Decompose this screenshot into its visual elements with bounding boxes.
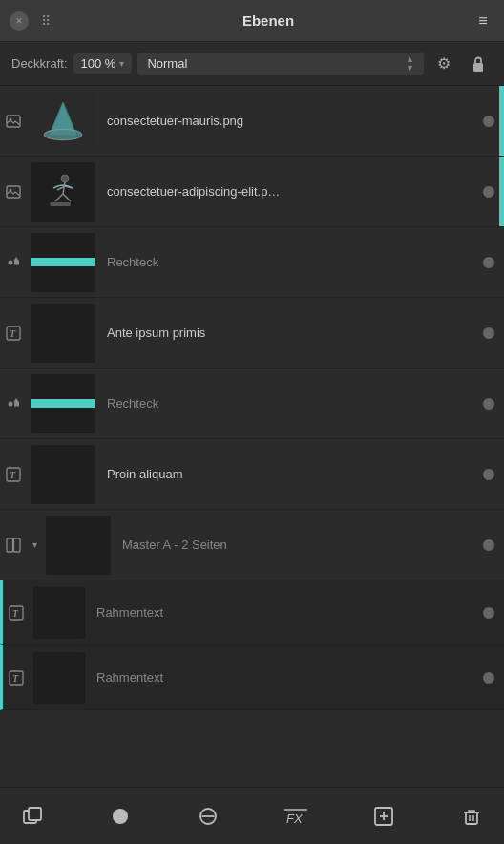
layer-info: Rechteck: [99, 255, 473, 269]
visibility-dot: [483, 539, 494, 551]
layer-thumbnail: [31, 304, 95, 363]
layer-type-icon: T: [3, 605, 30, 621]
layer-name: Rahmentext: [96, 605, 466, 620]
add-page-button[interactable]: [367, 799, 401, 833]
layer-visibility-button[interactable]: [473, 257, 504, 268]
layers-panel: × ⠿ Ebenen ≡ Deckkraft: 100 % ▾ Normal ▲…: [0, 0, 504, 844]
title-bar: × ⠿ Ebenen ≡: [0, 0, 504, 42]
layer-visibility-button[interactable]: [473, 327, 504, 339]
blend-mode-arrows-icon: ▲ ▼: [406, 55, 414, 73]
layer-thumbnail: [46, 516, 111, 575]
svg-rect-19: [31, 258, 95, 266]
layer-row[interactable]: T Proin aliquam: [0, 439, 504, 510]
record-button[interactable]: [103, 799, 137, 833]
layer-thumbnail: [31, 162, 95, 222]
svg-text:FX: FX: [286, 812, 304, 826]
visibility-dot: [483, 257, 494, 268]
svg-text:T: T: [12, 673, 19, 684]
svg-rect-25: [31, 399, 95, 408]
duplicate-layer-button[interactable]: [15, 799, 50, 833]
opacity-label: Deckkraft:: [11, 56, 68, 71]
layer-thumbnail: [31, 445, 95, 504]
opacity-bar: Deckkraft: 100 % ▾ Normal ▲ ▼ ⚙: [0, 42, 504, 86]
layer-thumbnail: [33, 652, 85, 704]
opacity-dropdown-icon: ▾: [119, 58, 124, 69]
layer-row[interactable]: ▾Master A - 2 Seiten: [0, 510, 504, 580]
visibility-dot: [483, 672, 494, 684]
svg-text:T: T: [10, 470, 16, 480]
layer-row[interactable]: T Rahmentext: [0, 645, 504, 710]
expand-chevron-icon[interactable]: ▾: [27, 539, 42, 550]
layer-type-icon: [0, 255, 27, 270]
layer-info: Master A - 2 Seiten: [115, 538, 473, 552]
layer-name: consectetuer-mauris.png: [107, 114, 466, 128]
svg-rect-15: [50, 202, 71, 206]
opacity-input[interactable]: 100 % ▾: [74, 53, 133, 74]
svg-point-22: [9, 401, 13, 406]
svg-marker-24: [14, 398, 19, 402]
visibility-dot: [483, 116, 494, 127]
svg-rect-29: [14, 538, 21, 552]
layer-row[interactable]: consectetuer-mauris.png: [0, 86, 504, 157]
settings-button[interactable]: ⚙: [430, 50, 458, 78]
layer-visibility-button[interactable]: [473, 539, 504, 551]
layer-type-icon: [0, 114, 27, 129]
svg-line-12: [63, 194, 71, 201]
svg-rect-35: [29, 808, 41, 820]
layer-row[interactable]: T Ante ipsum primis: [0, 298, 504, 369]
svg-rect-23: [14, 401, 19, 406]
layer-thumbnail: [31, 374, 95, 433]
svg-rect-17: [14, 260, 19, 264]
layer-visibility-button[interactable]: [473, 398, 504, 410]
layer-visibility-button[interactable]: [473, 469, 504, 480]
svg-text:T: T: [12, 608, 19, 619]
svg-rect-0: [473, 63, 483, 72]
layer-visibility-button[interactable]: [473, 607, 504, 619]
layer-row[interactable]: Rechteck: [0, 227, 504, 298]
svg-point-5: [44, 129, 82, 140]
svg-line-11: [55, 194, 63, 201]
blend-mode-select[interactable]: Normal ▲ ▼: [137, 53, 424, 75]
layer-info: Proin aliquam: [99, 467, 473, 481]
visibility-dot: [483, 186, 494, 198]
layer-row[interactable]: consectetuer-adipiscing-elit.p…: [0, 157, 504, 227]
svg-rect-28: [7, 538, 13, 552]
layers-list: consectetuer-mauris.png consectetuer-adi…: [0, 86, 504, 787]
svg-point-16: [9, 260, 13, 264]
bottom-toolbar: FX: [0, 787, 504, 844]
layer-visibility-button[interactable]: [473, 672, 504, 684]
layer-row[interactable]: T Rahmentext: [0, 580, 504, 645]
no-entry-button[interactable]: [191, 799, 225, 833]
layer-type-icon: [0, 538, 27, 553]
accent-bar: [499, 86, 504, 156]
layer-type-icon: T: [0, 326, 27, 341]
visibility-dot: [483, 469, 494, 480]
layer-name: Rechteck: [107, 396, 466, 411]
menu-button[interactable]: ≡: [472, 10, 494, 32]
panel-title: Ebenen: [65, 12, 472, 29]
layer-type-icon: [0, 184, 27, 200]
fx-button[interactable]: FX: [279, 799, 313, 833]
layer-info: Rahmentext: [89, 605, 473, 620]
layer-name: consectetuer-adipiscing-elit.p…: [107, 184, 466, 199]
layer-thumbnail: [31, 233, 95, 292]
close-button[interactable]: ×: [10, 11, 29, 31]
layer-name: Proin aliquam: [107, 467, 466, 481]
svg-rect-44: [466, 812, 477, 824]
lock-button[interactable]: [464, 50, 493, 78]
layer-row[interactable]: Rechteck: [0, 369, 504, 439]
layer-info: consectetuer-adipiscing-elit.p…: [99, 184, 473, 199]
layer-thumbnail: [31, 92, 95, 151]
layer-type-icon: T: [3, 670, 30, 686]
accent-bar: [499, 157, 504, 226]
delete-layer-button[interactable]: [454, 799, 489, 833]
layer-info: Rahmentext: [89, 670, 473, 685]
visibility-dot: [483, 607, 494, 619]
layer-info: Ante ipsum primis: [99, 326, 473, 340]
layer-info: Rechteck: [99, 396, 473, 411]
visibility-dot: [483, 327, 494, 339]
svg-point-36: [113, 809, 128, 824]
layer-name: Master A - 2 Seiten: [122, 538, 466, 552]
layer-name: Ante ipsum primis: [107, 326, 466, 340]
layer-name: Rahmentext: [96, 670, 466, 685]
